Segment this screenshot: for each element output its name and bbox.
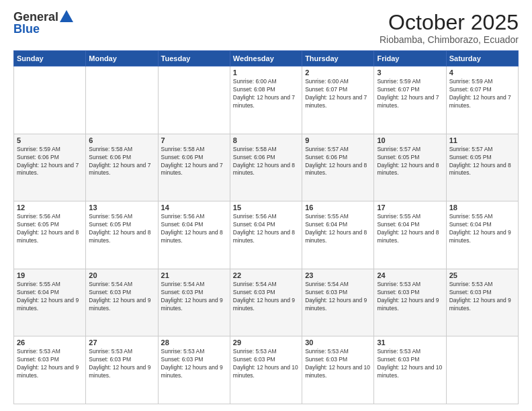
day-info: Sunrise: 5:54 AM Sunset: 6:03 PM Dayligh… (161, 281, 227, 313)
day-number: 30 (305, 338, 371, 347)
calendar-day-cell (446, 336, 518, 404)
calendar-day-cell (14, 66, 86, 134)
logo-general: General (13, 11, 58, 23)
day-number: 15 (233, 203, 299, 212)
calendar-day-cell: 2Sunrise: 6:00 AM Sunset: 6:07 PM Daylig… (302, 66, 374, 134)
day-number: 18 (449, 203, 515, 212)
day-info: Sunrise: 5:56 AM Sunset: 6:04 PM Dayligh… (161, 213, 227, 245)
day-info: Sunrise: 5:56 AM Sunset: 6:05 PM Dayligh… (17, 213, 83, 245)
day-number: 6 (89, 136, 154, 144)
calendar-day-cell: 3Sunrise: 5:59 AM Sunset: 6:07 PM Daylig… (374, 66, 446, 134)
day-info: Sunrise: 5:56 AM Sunset: 6:05 PM Dayligh… (89, 213, 154, 245)
day-info: Sunrise: 5:54 AM Sunset: 6:03 PM Dayligh… (305, 281, 371, 313)
calendar-day-cell: 16Sunrise: 5:55 AM Sunset: 6:04 PM Dayli… (302, 201, 374, 269)
day-number: 4 (449, 68, 515, 77)
weekday-header-wednesday: Wednesday (230, 51, 302, 66)
calendar-week-row: 19Sunrise: 5:55 AM Sunset: 6:04 PM Dayli… (14, 269, 519, 336)
day-info: Sunrise: 5:55 AM Sunset: 6:04 PM Dayligh… (305, 213, 371, 245)
day-info: Sunrise: 5:53 AM Sunset: 6:03 PM Dayligh… (161, 348, 227, 380)
day-info: Sunrise: 5:53 AM Sunset: 6:03 PM Dayligh… (305, 348, 371, 380)
calendar-day-cell: 29Sunrise: 5:53 AM Sunset: 6:03 PM Dayli… (230, 336, 302, 404)
location: Riobamba, Chimborazo, Ecuador (380, 34, 519, 45)
day-number: 29 (233, 338, 299, 347)
day-info: Sunrise: 5:57 AM Sunset: 6:06 PM Dayligh… (305, 146, 371, 178)
day-number: 14 (161, 203, 227, 212)
day-number: 19 (17, 271, 83, 279)
calendar-week-row: 5Sunrise: 5:59 AM Sunset: 6:06 PM Daylig… (14, 134, 519, 201)
calendar-week-row: 26Sunrise: 5:53 AM Sunset: 6:03 PM Dayli… (14, 336, 519, 404)
calendar-day-cell: 30Sunrise: 5:53 AM Sunset: 6:03 PM Dayli… (302, 336, 374, 404)
page: General Blue October 2025 Riobamba, Chim… (0, 0, 532, 411)
calendar-day-cell: 6Sunrise: 5:58 AM Sunset: 6:06 PM Daylig… (86, 134, 158, 201)
day-number: 16 (305, 203, 371, 212)
calendar-day-cell: 7Sunrise: 5:58 AM Sunset: 6:06 PM Daylig… (158, 134, 230, 201)
calendar-day-cell: 19Sunrise: 5:55 AM Sunset: 6:04 PM Dayli… (14, 269, 86, 336)
day-number: 28 (161, 338, 227, 347)
day-info: Sunrise: 5:59 AM Sunset: 6:07 PM Dayligh… (377, 78, 443, 110)
day-number: 5 (17, 136, 83, 144)
day-number: 3 (377, 68, 443, 77)
day-info: Sunrise: 5:56 AM Sunset: 6:04 PM Dayligh… (233, 213, 299, 245)
calendar-day-cell: 17Sunrise: 5:55 AM Sunset: 6:04 PM Dayli… (374, 201, 446, 269)
calendar-table: SundayMondayTuesdayWednesdayThursdayFrid… (13, 50, 519, 404)
day-number: 20 (89, 271, 154, 279)
day-number: 31 (377, 338, 443, 347)
day-info: Sunrise: 5:53 AM Sunset: 6:03 PM Dayligh… (377, 348, 443, 380)
day-number: 9 (305, 136, 371, 144)
day-number: 25 (449, 271, 515, 279)
day-number: 24 (377, 271, 443, 279)
calendar-day-cell: 25Sunrise: 5:53 AM Sunset: 6:03 PM Dayli… (446, 269, 518, 336)
weekday-header-monday: Monday (86, 51, 158, 66)
calendar-day-cell: 12Sunrise: 5:56 AM Sunset: 6:05 PM Dayli… (14, 201, 86, 269)
day-info: Sunrise: 5:59 AM Sunset: 6:06 PM Dayligh… (17, 146, 83, 178)
day-info: Sunrise: 5:55 AM Sunset: 6:04 PM Dayligh… (449, 213, 515, 245)
day-info: Sunrise: 5:54 AM Sunset: 6:03 PM Dayligh… (89, 281, 154, 313)
day-info: Sunrise: 6:00 AM Sunset: 6:07 PM Dayligh… (305, 78, 371, 110)
calendar-day-cell: 11Sunrise: 5:57 AM Sunset: 6:05 PM Dayli… (446, 134, 518, 201)
calendar-day-cell: 18Sunrise: 5:55 AM Sunset: 6:04 PM Dayli… (446, 201, 518, 269)
day-info: Sunrise: 5:57 AM Sunset: 6:05 PM Dayligh… (377, 146, 443, 178)
day-number: 22 (233, 271, 299, 279)
day-number: 26 (17, 338, 83, 347)
calendar-day-cell: 21Sunrise: 5:54 AM Sunset: 6:03 PM Dayli… (158, 269, 230, 336)
calendar-day-cell: 8Sunrise: 5:58 AM Sunset: 6:06 PM Daylig… (230, 134, 302, 201)
day-info: Sunrise: 5:55 AM Sunset: 6:04 PM Dayligh… (377, 213, 443, 245)
day-info: Sunrise: 5:58 AM Sunset: 6:06 PM Dayligh… (89, 146, 154, 178)
calendar-day-cell: 14Sunrise: 5:56 AM Sunset: 6:04 PM Dayli… (158, 201, 230, 269)
month-title: October 2025 (380, 11, 519, 34)
day-info: Sunrise: 5:53 AM Sunset: 6:03 PM Dayligh… (17, 348, 83, 380)
calendar-day-cell: 13Sunrise: 5:56 AM Sunset: 6:05 PM Dayli… (86, 201, 158, 269)
weekday-header-thursday: Thursday (302, 51, 374, 66)
calendar-week-row: 12Sunrise: 5:56 AM Sunset: 6:05 PM Dayli… (14, 201, 519, 269)
day-number: 17 (377, 203, 443, 212)
day-info: Sunrise: 5:58 AM Sunset: 6:06 PM Dayligh… (233, 146, 299, 178)
calendar-day-cell: 24Sunrise: 5:53 AM Sunset: 6:03 PM Dayli… (374, 269, 446, 336)
day-info: Sunrise: 5:54 AM Sunset: 6:03 PM Dayligh… (233, 281, 299, 313)
calendar-day-cell: 31Sunrise: 5:53 AM Sunset: 6:03 PM Dayli… (374, 336, 446, 404)
day-info: Sunrise: 5:59 AM Sunset: 6:07 PM Dayligh… (449, 78, 515, 110)
day-info: Sunrise: 5:53 AM Sunset: 6:03 PM Dayligh… (377, 281, 443, 313)
day-info: Sunrise: 5:55 AM Sunset: 6:04 PM Dayligh… (17, 281, 83, 313)
calendar-week-row: 1Sunrise: 6:00 AM Sunset: 6:08 PM Daylig… (14, 66, 519, 134)
calendar-day-cell: 20Sunrise: 5:54 AM Sunset: 6:03 PM Dayli… (86, 269, 158, 336)
day-number: 12 (17, 203, 83, 212)
day-info: Sunrise: 5:58 AM Sunset: 6:06 PM Dayligh… (161, 146, 227, 178)
weekday-header-sunday: Sunday (14, 51, 86, 66)
day-number: 2 (305, 68, 371, 77)
calendar-day-cell: 5Sunrise: 5:59 AM Sunset: 6:06 PM Daylig… (14, 134, 86, 201)
day-info: Sunrise: 6:00 AM Sunset: 6:08 PM Dayligh… (233, 78, 299, 110)
day-number: 1 (233, 68, 299, 77)
calendar-day-cell: 15Sunrise: 5:56 AM Sunset: 6:04 PM Dayli… (230, 201, 302, 269)
weekday-header-tuesday: Tuesday (158, 51, 230, 66)
day-info: Sunrise: 5:57 AM Sunset: 6:05 PM Dayligh… (449, 146, 515, 178)
day-number: 13 (89, 203, 154, 212)
calendar-day-cell: 23Sunrise: 5:54 AM Sunset: 6:03 PM Dayli… (302, 269, 374, 336)
calendar-day-cell: 28Sunrise: 5:53 AM Sunset: 6:03 PM Dayli… (158, 336, 230, 404)
calendar-day-cell (158, 66, 230, 134)
calendar-day-cell (86, 66, 158, 134)
day-number: 27 (89, 338, 154, 347)
day-number: 10 (377, 136, 443, 144)
weekday-header-row: SundayMondayTuesdayWednesdayThursdayFrid… (14, 51, 519, 66)
weekday-header-friday: Friday (374, 51, 446, 66)
day-number: 11 (449, 136, 515, 144)
